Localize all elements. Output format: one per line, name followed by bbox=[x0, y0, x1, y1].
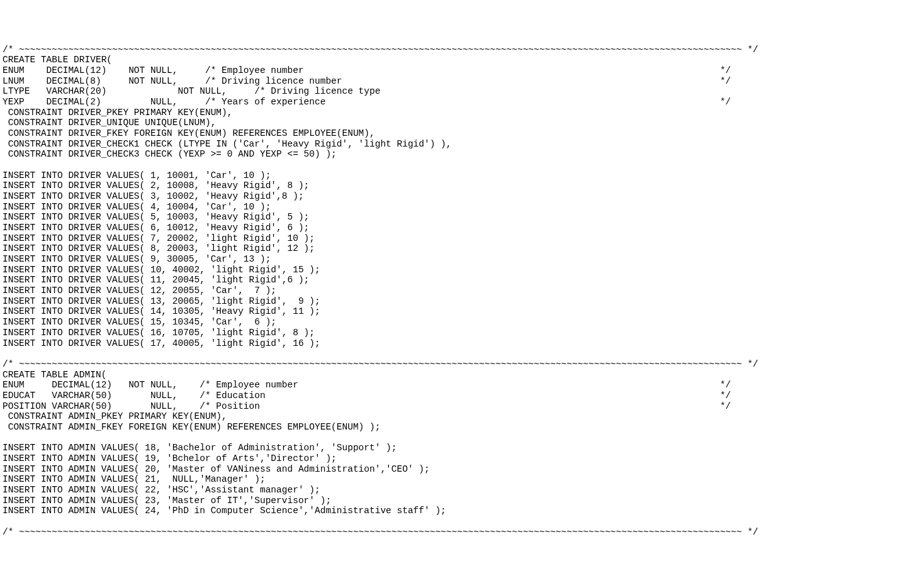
sql-code-block: /* ~~~~~~~~~~~~~~~~~~~~~~~~~~~~~~~~~~~~~… bbox=[3, 45, 914, 538]
